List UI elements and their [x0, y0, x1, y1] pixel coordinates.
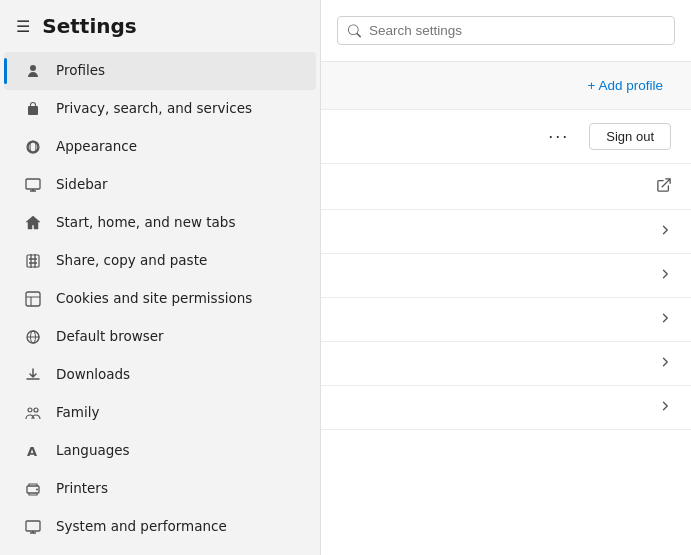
chevron-right-icon [659, 400, 671, 415]
privacy-icon [24, 100, 42, 118]
svg-point-10 [28, 408, 32, 412]
sidebar-item-system[interactable]: System and performance [4, 508, 316, 546]
sidebar-item-privacy[interactable]: Privacy, search, and services [4, 90, 316, 128]
content-row-row-2[interactable] [321, 254, 691, 298]
sign-out-label: Sign out [606, 129, 654, 144]
default-browser-icon [24, 328, 42, 346]
profiles-icon [24, 62, 42, 80]
printers-icon [24, 480, 42, 498]
sidebar-item-label-appearance: Appearance [56, 138, 137, 156]
ellipsis-button[interactable]: ··· [540, 122, 577, 151]
sidebar-header: ☰ Settings [0, 0, 320, 52]
sidebar-item-label-languages: Languages [56, 442, 130, 460]
start-home-icon [24, 214, 42, 232]
content-row-row-external[interactable] [321, 164, 691, 210]
sidebar-icon [24, 176, 42, 194]
svg-rect-5 [27, 255, 39, 267]
search-bar[interactable] [337, 16, 675, 45]
add-profile-label: + Add profile [588, 78, 663, 93]
sidebar-item-label-default-browser: Default browser [56, 328, 164, 346]
sidebar-item-label-share-copy: Share, copy and paste [56, 252, 207, 270]
sidebar-item-family[interactable]: Family [4, 394, 316, 432]
sidebar-item-downloads[interactable]: Downloads [4, 356, 316, 394]
sidebar-item-label-family: Family [56, 404, 99, 422]
cookies-icon [24, 290, 42, 308]
add-profile-button[interactable]: + Add profile [580, 74, 671, 97]
main-content: + Add profile ··· Sign out [320, 0, 691, 555]
chevron-right-icon [659, 224, 671, 239]
content-row-row-1[interactable] [321, 210, 691, 254]
svg-point-11 [34, 408, 38, 412]
sidebar-item-start-home[interactable]: Start, home, and new tabs [4, 204, 316, 242]
share-copy-icon [24, 252, 42, 270]
hamburger-icon[interactable]: ☰ [16, 17, 30, 36]
chevron-right-icon [659, 268, 671, 283]
sidebar-item-label-printers: Printers [56, 480, 108, 498]
sidebar-item-label-start-home: Start, home, and new tabs [56, 214, 235, 232]
svg-point-1 [30, 141, 36, 153]
content-row-row-4[interactable] [321, 342, 691, 386]
sidebar-item-label-cookies: Cookies and site permissions [56, 290, 252, 308]
chevron-right-icon [659, 312, 671, 327]
sign-out-button[interactable]: Sign out [589, 123, 671, 150]
profile-row: ··· Sign out [321, 110, 691, 164]
sidebar-item-languages[interactable]: ALanguages [4, 432, 316, 470]
content-rows [321, 164, 691, 555]
sidebar-nav: ProfilesPrivacy, search, and servicesApp… [0, 52, 320, 555]
system-icon [24, 518, 42, 536]
sidebar: ☰ Settings ProfilesPrivacy, search, and … [0, 0, 320, 555]
sidebar-item-label-profiles: Profiles [56, 62, 105, 80]
downloads-icon [24, 366, 42, 384]
svg-rect-2 [26, 179, 40, 189]
appearance-icon [24, 138, 42, 156]
sidebar-title: Settings [42, 14, 136, 38]
sidebar-item-label-sidebar: Sidebar [56, 176, 108, 194]
svg-rect-6 [26, 292, 40, 306]
search-input[interactable] [369, 23, 664, 38]
svg-text:A: A [27, 444, 37, 459]
sidebar-item-appearance[interactable]: Appearance [4, 128, 316, 166]
sidebar-item-label-system: System and performance [56, 518, 227, 536]
search-icon [348, 24, 361, 38]
languages-icon: A [24, 442, 42, 460]
content-row-row-5[interactable] [321, 386, 691, 430]
search-area [321, 0, 691, 62]
sidebar-item-cookies[interactable]: Cookies and site permissions [4, 280, 316, 318]
content-row-row-3[interactable] [321, 298, 691, 342]
chevron-right-icon [659, 356, 671, 371]
sidebar-item-label-downloads: Downloads [56, 366, 130, 384]
svg-rect-15 [26, 521, 40, 531]
sidebar-item-label-privacy: Privacy, search, and services [56, 100, 252, 118]
sidebar-item-printers[interactable]: Printers [4, 470, 316, 508]
profile-add-bar: + Add profile [321, 62, 691, 110]
sidebar-item-share-copy[interactable]: Share, copy and paste [4, 242, 316, 280]
sidebar-item-default-browser[interactable]: Default browser [4, 318, 316, 356]
sidebar-item-profiles[interactable]: Profiles [4, 52, 316, 90]
sidebar-item-sidebar[interactable]: Sidebar [4, 166, 316, 204]
external-link-icon [657, 178, 671, 195]
family-icon [24, 404, 42, 422]
svg-point-14 [36, 489, 38, 491]
ellipsis-icon: ··· [548, 126, 569, 146]
